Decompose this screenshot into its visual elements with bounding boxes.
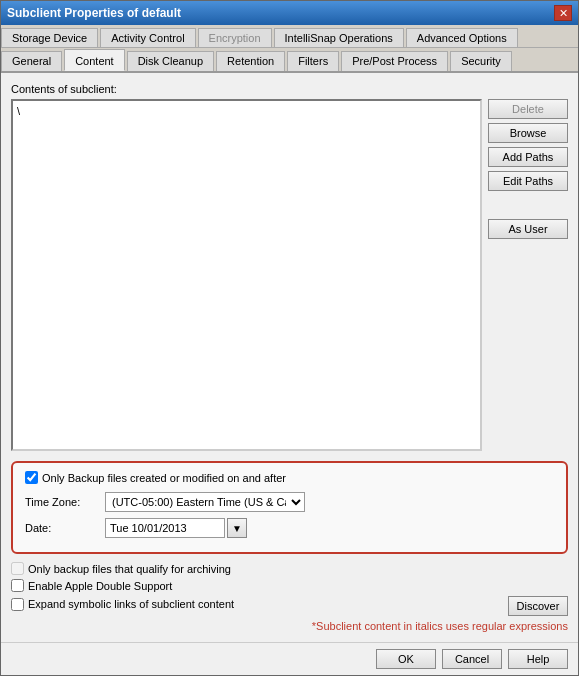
tab-activity-control[interactable]: Activity Control: [100, 28, 195, 47]
backup-checkbox[interactable]: [25, 471, 38, 484]
date-input[interactable]: [105, 518, 225, 538]
paths-content: \: [17, 105, 20, 117]
tab-encryption: Encryption: [198, 28, 272, 47]
lower-section: Only Backup files created or modified on…: [11, 461, 568, 632]
symbolic-links-label: Expand symbolic links of subclient conte…: [28, 598, 234, 610]
ok-button[interactable]: OK: [376, 649, 436, 669]
tab-pre-post[interactable]: Pre/Post Process: [341, 51, 448, 71]
apple-double-row: Enable Apple Double Support: [11, 579, 568, 592]
section-label: Contents of subclient:: [11, 83, 568, 95]
tab-retention[interactable]: Retention: [216, 51, 285, 71]
discover-button[interactable]: Discover: [508, 596, 568, 616]
tab-disk-cleanup[interactable]: Disk Cleanup: [127, 51, 214, 71]
backup-checkbox-label: Only Backup files created or modified on…: [42, 472, 286, 484]
browse-button[interactable]: Browse: [488, 123, 568, 143]
tab-intellisnap[interactable]: IntelliSnap Operations: [274, 28, 404, 47]
date-row: Date: ▼: [25, 518, 554, 538]
archiving-row: Only backup files that qualify for archi…: [11, 562, 568, 575]
edit-paths-button[interactable]: Edit Paths: [488, 171, 568, 191]
delete-button[interactable]: Delete: [488, 99, 568, 119]
tab-security[interactable]: Security: [450, 51, 512, 71]
add-paths-button[interactable]: Add Paths: [488, 147, 568, 167]
tab-row-1: Storage Device Activity Control Encrypti…: [1, 25, 578, 48]
apple-double-label: Enable Apple Double Support: [28, 580, 172, 592]
tab-row-2: General Content Disk Cleanup Retention F…: [1, 48, 578, 73]
main-window: Subclient Properties of default ✕ Storag…: [0, 0, 579, 676]
cancel-button[interactable]: Cancel: [442, 649, 502, 669]
help-button[interactable]: Help: [508, 649, 568, 669]
title-bar: Subclient Properties of default ✕: [1, 1, 578, 25]
main-area: \ Delete Browse Add Paths Edit Paths As …: [11, 99, 568, 451]
buttons-col: Delete Browse Add Paths Edit Paths As Us…: [488, 99, 568, 451]
apple-double-checkbox[interactable]: [11, 579, 24, 592]
bottom-buttons: OK Cancel Help: [1, 642, 578, 675]
content-area: Contents of subclient: \ Delete Browse A…: [1, 73, 578, 642]
archiving-checkbox[interactable]: [11, 562, 24, 575]
timezone-row: Time Zone: (UTC-05:00) Eastern Time (US …: [25, 492, 554, 512]
date-picker-button[interactable]: ▼: [227, 518, 247, 538]
backup-box: Only Backup files created or modified on…: [11, 461, 568, 554]
close-button[interactable]: ✕: [554, 5, 572, 21]
tab-filters[interactable]: Filters: [287, 51, 339, 71]
tab-content[interactable]: Content: [64, 49, 125, 71]
timezone-select[interactable]: (UTC-05:00) Eastern Time (US & Canada)(U…: [105, 492, 305, 512]
symbolic-links-row: Expand symbolic links of subclient conte…: [11, 596, 568, 616]
italic-note: *Subclient content in italics uses regul…: [11, 620, 568, 632]
archiving-label: Only backup files that qualify for archi…: [28, 563, 231, 575]
backup-checkbox-row: Only Backup files created or modified on…: [25, 471, 554, 484]
paths-box: \: [11, 99, 482, 451]
tab-storage-device[interactable]: Storage Device: [1, 28, 98, 47]
timezone-label: Time Zone:: [25, 496, 105, 508]
symbolic-links-checkbox[interactable]: [11, 598, 24, 611]
symbolic-links-check-row: Expand symbolic links of subclient conte…: [11, 598, 234, 611]
tab-general[interactable]: General: [1, 51, 62, 71]
date-label: Date:: [25, 522, 105, 534]
window-title: Subclient Properties of default: [7, 6, 181, 20]
tab-rows-wrapper: Storage Device Activity Control Encrypti…: [1, 25, 578, 73]
tab-advanced-options[interactable]: Advanced Options: [406, 28, 518, 47]
as-user-button[interactable]: As User: [488, 219, 568, 239]
